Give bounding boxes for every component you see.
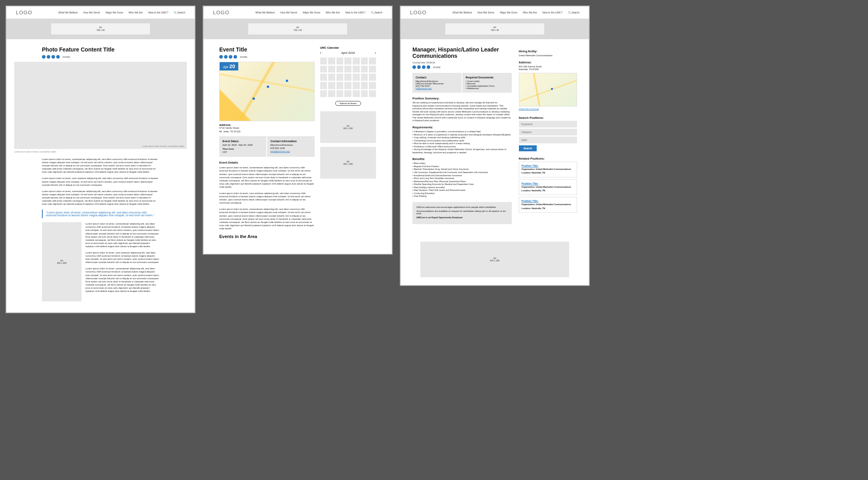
logo[interactable]: LOGO <box>16 10 32 15</box>
calendar-cell[interactable] <box>353 57 360 65</box>
job-wireframe: LOGO What We Believe How We Serve Ways W… <box>400 6 590 286</box>
nav-item[interactable]: Who We Are <box>129 11 143 14</box>
nav-item[interactable]: What We Believe <box>255 11 275 14</box>
share-icon[interactable] <box>51 55 55 59</box>
req-list: A Bachelor's Degree in journalism, commu… <box>412 130 512 154</box>
contact-email[interactable]: hr@umcom.org <box>416 87 458 90</box>
calendar-cell[interactable] <box>369 66 376 73</box>
ad-side[interactable]: AD 300 x 250 <box>320 147 376 179</box>
ad-side[interactable]: AD 300 x 250 <box>320 111 376 143</box>
calendar-cell[interactable] <box>353 66 360 73</box>
nav-item[interactable]: Who We Are <box>326 11 340 14</box>
calendar-cell[interactable] <box>344 90 351 97</box>
nav-item[interactable]: Ways We Grow <box>303 11 320 14</box>
calendar-cell[interactable] <box>320 90 327 97</box>
calendar-cell[interactable] <box>328 82 335 89</box>
commute-link[interactable]: Check the Commute <box>519 108 577 111</box>
share-icon[interactable] <box>219 55 223 59</box>
share-icon[interactable] <box>56 55 60 59</box>
share-icon[interactable] <box>234 55 237 59</box>
nav-item[interactable]: New to the UMC? <box>543 11 562 14</box>
ad-banner[interactable]: AD 728 x 90 <box>445 23 544 34</box>
req-item: Proficiency in Microsoft Office environm… <box>412 145 512 149</box>
logo[interactable]: LOGO <box>213 10 230 15</box>
calendar-cell[interactable] <box>353 90 360 97</box>
share-icon[interactable] <box>427 65 430 69</box>
calendar-cell[interactable] <box>369 74 376 81</box>
calendar-cell[interactable] <box>328 57 335 65</box>
related-position[interactable]: Position Title: Organization: United Met… <box>519 179 577 195</box>
nav-item[interactable]: New to the UMC? <box>346 11 365 14</box>
calendar-cell[interactable] <box>336 90 344 97</box>
calendar-cell[interactable] <box>344 74 351 81</box>
job-map[interactable] <box>519 73 577 107</box>
share-icon[interactable] <box>47 55 50 59</box>
share-icon[interactable] <box>417 65 421 69</box>
nav-item[interactable]: What We Believe <box>452 11 472 14</box>
calendar-cell[interactable] <box>361 57 368 65</box>
related-title[interactable]: Position Title: <box>522 200 539 202</box>
calendar-cell[interactable] <box>369 90 376 97</box>
ad-banner[interactable]: AD 728 x 90 <box>51 23 150 34</box>
category-input[interactable] <box>519 129 577 135</box>
related-title[interactable]: Position Title: <box>522 164 539 167</box>
nav-item[interactable]: How We Serve <box>83 11 100 14</box>
event-map[interactable]: Apr 20 <box>219 62 315 121</box>
calendar-cell[interactable] <box>344 82 351 89</box>
eoe-text: Accommodations are available on request … <box>416 210 508 215</box>
top-nav: LOGO What We Believe How We Serve Ways W… <box>401 6 589 19</box>
submit-event-button[interactable]: Submit an Event <box>335 101 361 106</box>
state-input[interactable] <box>519 137 577 143</box>
calendar-cell[interactable] <box>328 74 335 81</box>
nav-item[interactable]: Ways We Grow <box>106 11 123 14</box>
calendar-cell[interactable] <box>344 57 351 65</box>
calendar-cell[interactable] <box>353 82 360 89</box>
keywords-input[interactable] <box>519 121 577 128</box>
share-icon[interactable] <box>42 55 46 59</box>
ad-banner[interactable]: AD 728 x 90 <box>248 23 347 34</box>
calendar-cell[interactable] <box>328 66 335 73</box>
calendar-cell[interactable] <box>328 90 335 97</box>
logo[interactable]: LOGO <box>410 10 427 15</box>
contact-email[interactable]: email@umcom.org <box>270 150 311 153</box>
search-link[interactable]: 🔍 Search <box>371 11 382 14</box>
prev-month-icon[interactable]: ‹ <box>320 51 321 55</box>
search-link[interactable]: 🔍 Search <box>174 11 185 14</box>
calendar-cell[interactable] <box>361 74 368 81</box>
calendar-cell[interactable] <box>336 66 344 73</box>
two-column: AD 300 x 600 Lorem ipsum dolor sit amet,… <box>42 222 159 301</box>
calendar-cell[interactable] <box>353 74 360 81</box>
calendar-cell[interactable] <box>320 57 327 65</box>
calendar-cell[interactable] <box>320 74 327 81</box>
calendar-cell[interactable] <box>361 90 368 97</box>
calendar-cell[interactable] <box>361 82 368 89</box>
calendar-cell[interactable] <box>320 66 327 73</box>
nav-item[interactable]: What We Believe <box>58 11 78 14</box>
search-button[interactable]: Search <box>519 145 537 151</box>
ad-sidebar[interactable]: AD 300 x 600 <box>42 222 82 301</box>
ben-item: Paid Holidays (eleven annually) <box>412 186 512 189</box>
related-position[interactable]: Position Title: Organization: United Met… <box>519 197 577 213</box>
related-title[interactable]: Position Title: <box>522 182 539 185</box>
calendar-cell[interactable] <box>336 74 344 81</box>
search-link[interactable]: 🔍 Search <box>568 11 579 14</box>
calendar-cell[interactable] <box>361 66 368 73</box>
nav-item[interactable]: New to the UMC? <box>148 11 168 14</box>
nav-item[interactable]: Who We Are <box>523 11 537 14</box>
related-position[interactable]: Position Title: Organization: United Met… <box>519 162 577 177</box>
calendar-cell[interactable] <box>336 82 344 89</box>
share-icon[interactable] <box>229 55 232 59</box>
share-icon[interactable] <box>412 65 416 69</box>
calendar-cell[interactable] <box>320 82 327 89</box>
share-icon[interactable] <box>422 65 425 69</box>
calendar-cell[interactable] <box>344 66 351 73</box>
nav-item[interactable]: How We Serve <box>280 11 297 14</box>
calendar-cell[interactable] <box>336 57 344 65</box>
next-month-icon[interactable]: › <box>375 51 376 55</box>
nav-item[interactable]: How We Serve <box>477 11 494 14</box>
share-icon[interactable] <box>224 55 228 59</box>
calendar-cell[interactable] <box>369 82 376 89</box>
ad-large[interactable]: AD 970 x 250 <box>420 242 569 277</box>
calendar-cell[interactable] <box>369 57 376 65</box>
nav-item[interactable]: Ways We Grow <box>500 11 517 14</box>
